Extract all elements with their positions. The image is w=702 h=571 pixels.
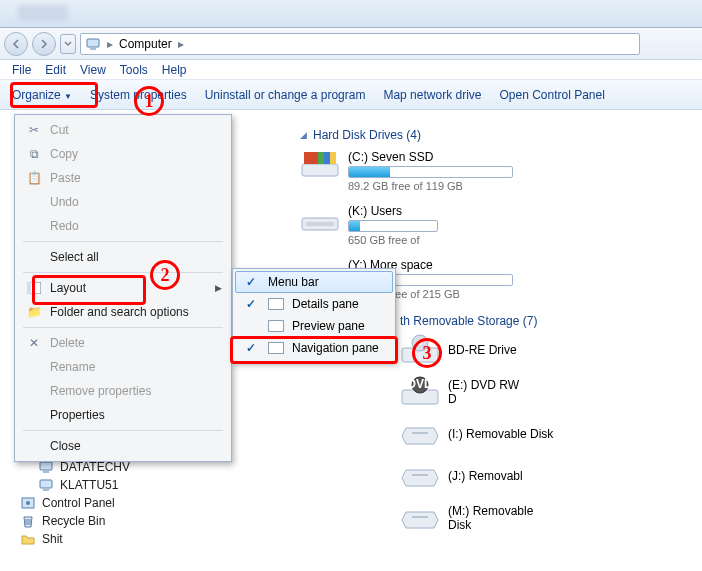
menu-cut[interactable]: ✂Cut — [17, 118, 229, 142]
submenu-details-pane[interactable]: ✓ Details pane — [235, 293, 393, 315]
removable-disk-icon — [400, 460, 440, 492]
section-title: Hard Disk Drives (4) — [313, 128, 421, 142]
arrow-right-icon — [39, 39, 49, 49]
svg-rect-2 — [302, 164, 338, 176]
menu-copy[interactable]: ⧉Copy — [17, 142, 229, 166]
clipboard-icon: 📋 — [26, 170, 42, 186]
tree-folder-shit[interactable]: Shit — [20, 530, 190, 548]
layout-submenu: ✓ Menu bar ✓ Details pane Preview pane ✓… — [232, 268, 396, 362]
delete-icon: ✕ — [26, 335, 42, 351]
breadcrumb-location[interactable]: Computer — [119, 37, 172, 51]
tree-label: Shit — [42, 532, 63, 546]
collapse-triangle-icon[interactable]: ◢ — [300, 130, 307, 140]
pane-icon — [268, 298, 284, 310]
hdd-icon — [300, 148, 340, 180]
menu-properties[interactable]: Properties — [17, 403, 229, 427]
svg-rect-1 — [90, 48, 96, 50]
folder-icon: 📁 — [26, 304, 42, 320]
chevron-down-icon: ▼ — [64, 92, 72, 101]
menu-select-all[interactable]: Select all — [17, 245, 229, 269]
submenu-arrow-icon: ▶ — [215, 283, 222, 293]
drive-label: (E:) DVD RW D — [448, 378, 530, 406]
menu-separator — [23, 241, 223, 242]
svg-rect-18 — [412, 474, 428, 476]
map-drive-button[interactable]: Map network drive — [383, 88, 481, 102]
menu-close[interactable]: Close — [17, 434, 229, 458]
hdd-icon — [300, 202, 340, 234]
annotation-circle-1: 1 — [134, 86, 164, 116]
recycle-bin-icon — [20, 513, 36, 529]
menu-remove-properties[interactable]: Remove properties — [17, 379, 229, 403]
menu-undo[interactable]: Undo — [17, 190, 229, 214]
removable-disk-icon — [400, 502, 440, 534]
menu-file[interactable]: File — [12, 63, 31, 77]
menu-delete[interactable]: ✕Delete — [17, 331, 229, 355]
arrow-left-icon — [11, 39, 21, 49]
menu-redo[interactable]: Redo — [17, 214, 229, 238]
tree-label: KLATTU51 — [60, 478, 118, 492]
section-removable-storage[interactable]: th Removable Storage (7) — [400, 314, 702, 328]
check-icon: ✓ — [242, 297, 260, 311]
menu-view[interactable]: View — [80, 63, 106, 77]
menu-folder-options[interactable]: 📁Folder and search options — [17, 300, 229, 324]
svg-rect-3 — [304, 152, 318, 164]
scissors-icon: ✂ — [26, 122, 42, 138]
folder-icon — [20, 531, 36, 547]
chevron-down-icon — [64, 41, 72, 47]
drive-c[interactable]: (C:) Seven SSD 89.2 GB free of 119 GB — [300, 148, 550, 192]
drive-i-removable[interactable]: (I:) Removable Disk — [400, 418, 560, 450]
submenu-navigation-pane[interactable]: ✓ Navigation pane — [235, 337, 393, 359]
submenu-menu-bar[interactable]: ✓ Menu bar — [235, 271, 393, 293]
drive-label: (C:) Seven SSD — [348, 150, 513, 164]
open-control-panel-button[interactable]: Open Control Panel — [499, 88, 604, 102]
history-dropdown[interactable] — [60, 34, 76, 54]
drive-freespace: 89.2 GB free of 119 GB — [348, 180, 513, 192]
layout-icon — [26, 280, 42, 296]
submenu-preview-pane[interactable]: Preview pane — [235, 315, 393, 337]
control-panel-icon — [20, 495, 36, 511]
drive-m-removable[interactable]: (M:) Removable Disk — [400, 502, 560, 534]
svg-rect-8 — [306, 222, 334, 226]
command-bar: Organize ▼ System properties Uninstall o… — [0, 80, 702, 110]
section-hard-disk-drives[interactable]: ◢ Hard Disk Drives (4) — [300, 128, 702, 142]
menu-paste[interactable]: 📋Paste — [17, 166, 229, 190]
tree-label: Recycle Bin — [42, 514, 105, 528]
organize-button[interactable]: Organize ▼ — [12, 88, 72, 102]
svg-rect-27 — [40, 480, 52, 488]
menu-help[interactable]: Help — [162, 63, 187, 77]
menu-layout[interactable]: Layout ▶ — [17, 276, 229, 300]
address-bar[interactable]: ▸ Computer ▸ — [80, 33, 640, 55]
tree-computer-2[interactable]: KLATTU51 — [20, 476, 190, 494]
svg-rect-4 — [318, 152, 324, 164]
forward-button[interactable] — [32, 32, 56, 56]
svg-rect-19 — [412, 516, 428, 518]
breadcrumb-chevron[interactable]: ▸ — [176, 37, 186, 51]
svg-rect-0 — [87, 39, 99, 47]
uninstall-button[interactable]: Uninstall or change a program — [205, 88, 366, 102]
svg-text:DVD: DVD — [407, 377, 433, 391]
drive-e-dvd[interactable]: DVD (E:) DVD RW D — [400, 376, 530, 408]
svg-rect-17 — [412, 432, 428, 434]
drive-k[interactable]: (K:) Users 650 GB free of — [300, 202, 420, 246]
breadcrumb-chevron[interactable]: ▸ — [105, 37, 115, 51]
tree-label: DATATECHV — [60, 460, 130, 474]
menu-tools[interactable]: Tools — [120, 63, 148, 77]
computer-icon — [38, 477, 54, 493]
menu-separator — [23, 327, 223, 328]
pane-icon — [268, 320, 284, 332]
tree-recycle-bin[interactable]: Recycle Bin — [20, 512, 190, 530]
computer-icon — [85, 36, 101, 52]
tree-label: Control Panel — [42, 496, 115, 510]
space-bar — [348, 220, 438, 232]
section-title-partial: th Removable Storage (7) — [400, 314, 537, 328]
check-icon: ✓ — [242, 275, 260, 289]
back-button[interactable] — [4, 32, 28, 56]
drive-j-removable[interactable]: (J:) Removabl — [400, 460, 530, 492]
menu-rename[interactable]: Rename — [17, 355, 229, 379]
svg-point-30 — [26, 501, 30, 505]
tree-control-panel[interactable]: Control Panel — [20, 494, 190, 512]
menu-edit[interactable]: Edit — [45, 63, 66, 77]
drive-label: (J:) Removabl — [448, 469, 523, 483]
check-icon: ✓ — [242, 341, 260, 355]
space-bar — [348, 166, 513, 178]
